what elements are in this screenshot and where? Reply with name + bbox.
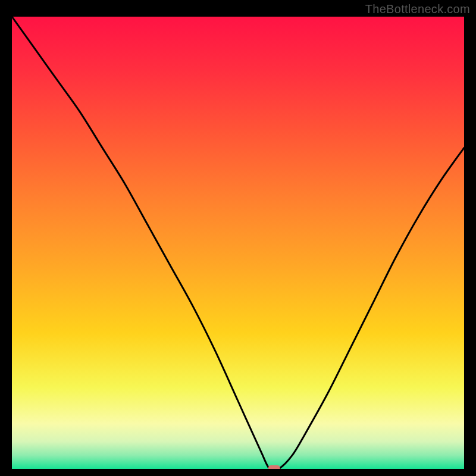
- optimal-marker: [268, 465, 280, 469]
- chart-frame: TheBottleneck.com: [0, 0, 476, 476]
- curve-layer: [12, 17, 464, 469]
- plot-area: [12, 17, 464, 469]
- bottleneck-curve: [12, 17, 464, 469]
- watermark-text: TheBottleneck.com: [365, 2, 470, 16]
